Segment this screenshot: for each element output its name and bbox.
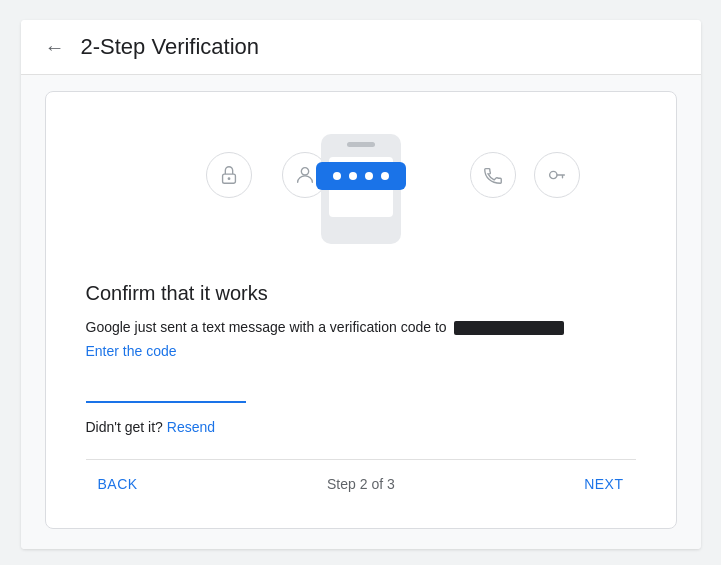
redacted-phone	[454, 321, 564, 335]
dot-1	[333, 172, 341, 180]
description: Google just sent a text message with a v…	[86, 317, 636, 338]
svg-point-2	[301, 168, 308, 175]
didnt-get-text: Didn't get it? Resend	[86, 419, 636, 435]
resend-link[interactable]: Resend	[167, 419, 215, 435]
enter-code-link[interactable]: Enter the code	[86, 343, 177, 359]
code-input[interactable]	[86, 375, 246, 403]
step-indicator: Step 2 of 3	[327, 476, 395, 492]
phone-notch	[347, 142, 375, 147]
didnt-get-label: Didn't get it?	[86, 419, 163, 435]
svg-point-3	[549, 171, 556, 178]
dots-bar	[316, 162, 406, 190]
code-input-wrapper	[86, 375, 246, 403]
lock-icon	[206, 152, 252, 198]
page-wrapper: ← 2-Step Verification	[21, 20, 701, 549]
header-back-arrow[interactable]: ←	[45, 36, 65, 59]
back-button[interactable]: BACK	[86, 468, 150, 500]
key-icon	[534, 152, 580, 198]
card-footer: BACK Step 2 of 3 NEXT	[86, 459, 636, 500]
next-button[interactable]: NEXT	[572, 468, 635, 500]
svg-point-1	[227, 177, 230, 180]
dot-4	[381, 172, 389, 180]
section-title: Confirm that it works	[86, 282, 636, 305]
description-text: Google just sent a text message with a v…	[86, 319, 447, 335]
outer-wrapper: ← 2-Step Verification	[21, 20, 701, 549]
card-area: Confirm that it works Google just sent a…	[21, 75, 701, 549]
page-title: 2-Step Verification	[81, 34, 260, 60]
dot-3	[365, 172, 373, 180]
header-bar: ← 2-Step Verification	[21, 20, 701, 75]
main-card: Confirm that it works Google just sent a…	[45, 91, 677, 529]
dot-2	[349, 172, 357, 180]
illustration	[86, 124, 636, 254]
phone-call-icon	[470, 152, 516, 198]
